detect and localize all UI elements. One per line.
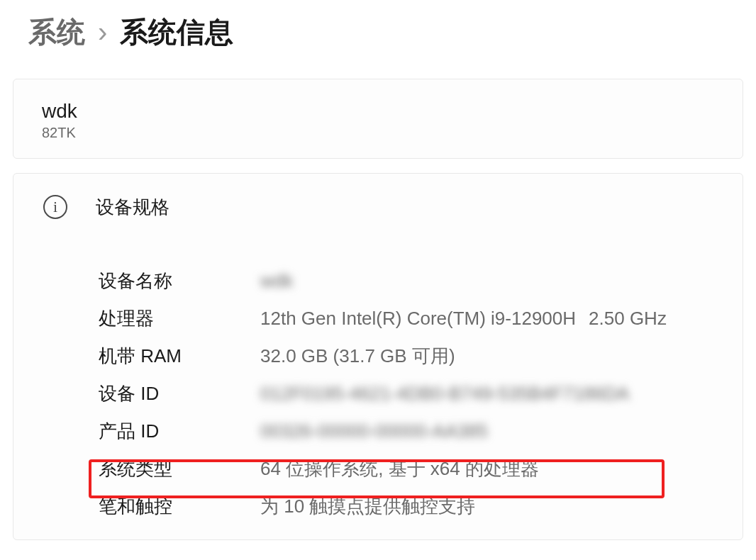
spec-label: 处理器 xyxy=(99,306,260,331)
specs-table: 设备名称 wdk 处理器 12th Gen Intel(R) Core(TM) … xyxy=(13,241,743,539)
device-specs-card: 设备规格 设备名称 wdk 处理器 12th Gen Intel(R) Core… xyxy=(13,173,743,540)
device-card: wdk 82TK xyxy=(13,79,743,159)
spec-row-system-type: 系统类型 64 位操作系统, 基于 x64 的处理器 xyxy=(99,450,714,488)
spec-value: 00326-00000-00000-AA385 xyxy=(260,420,488,442)
spec-value: 12th Gen Intel(R) Core(TM) i9-12900H2.50… xyxy=(260,308,667,330)
info-icon xyxy=(43,195,67,219)
spec-value: 64 位操作系统, 基于 x64 的处理器 xyxy=(260,457,539,481)
breadcrumb: 系统 › 系统信息 xyxy=(0,0,756,65)
spec-value: 为 10 触摸点提供触控支持 xyxy=(260,494,475,519)
spec-label: 机带 RAM xyxy=(99,344,260,369)
spec-row-processor: 处理器 12th Gen Intel(R) Core(TM) i9-12900H… xyxy=(99,300,714,337)
spec-row-device-id: 设备 ID 012F0195-4621-4DB0-B749-535B4F7186… xyxy=(99,375,714,413)
spec-value: 012F0195-4621-4DB0-B749-535B4F7186DA xyxy=(260,383,629,405)
spec-value: 32.0 GB (31.7 GB 可用) xyxy=(260,344,455,369)
device-model: 82TK xyxy=(42,125,714,141)
spec-label: 设备名称 xyxy=(99,269,260,293)
breadcrumb-current: 系统信息 xyxy=(120,13,233,52)
specs-header[interactable]: 设备规格 xyxy=(13,174,743,241)
spec-value: wdk xyxy=(260,270,293,292)
specs-title: 设备规格 xyxy=(96,195,169,220)
spec-row-device-name: 设备名称 wdk xyxy=(99,262,714,300)
spec-label: 系统类型 xyxy=(99,457,260,481)
device-name: wdk xyxy=(42,99,714,123)
spec-row-product-id: 产品 ID 00326-00000-00000-AA385 xyxy=(99,413,714,450)
spec-label: 设备 ID xyxy=(99,381,260,406)
spec-row-pen-touch: 笔和触控 为 10 触摸点提供触控支持 xyxy=(99,488,714,525)
spec-label: 笔和触控 xyxy=(99,494,260,519)
spec-row-ram: 机带 RAM 32.0 GB (31.7 GB 可用) xyxy=(99,337,714,375)
chevron-right-icon: › xyxy=(98,16,107,48)
spec-label: 产品 ID xyxy=(99,419,260,444)
breadcrumb-parent[interactable]: 系统 xyxy=(28,13,85,52)
